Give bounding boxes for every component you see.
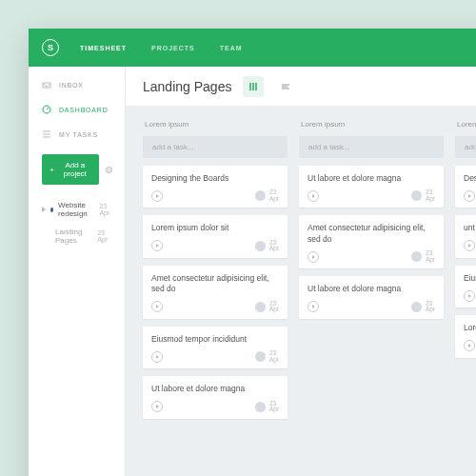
card-date: 23Apr xyxy=(269,401,279,413)
view-list-button[interactable] xyxy=(275,76,296,97)
sidebar-item-inbox[interactable]: INBOX xyxy=(29,72,125,97)
card-meta: 23Apr xyxy=(464,289,476,302)
list-icon xyxy=(42,129,51,139)
top-nav: TIMESHEET PROJECTS TEAM xyxy=(80,45,243,51)
project-color-dot xyxy=(50,208,53,212)
task-card[interactable]: Designing the Boards23Apr xyxy=(143,166,288,208)
card-title: Eiusmod xyxy=(464,273,476,284)
board-column: Lorem ipsumadd a task...Designing the Bo… xyxy=(143,118,288,476)
dashboard-icon xyxy=(42,105,51,114)
card-date: 23Apr xyxy=(269,240,279,252)
topbar: S TIMESHEET PROJECTS TEAM xyxy=(29,29,476,67)
card-meta: 23Apr xyxy=(151,301,279,313)
card-meta: 23Apr xyxy=(307,250,435,263)
sidebar-label-dashboard: DASHBOARD xyxy=(59,107,109,113)
card-title: Designin xyxy=(464,173,476,184)
card-date: 23Apr xyxy=(426,250,435,263)
avatar xyxy=(255,402,266,412)
play-icon[interactable] xyxy=(307,301,319,312)
task-card[interactable]: Ut labore et dolore magna23Apr xyxy=(143,376,288,418)
view-board-button[interactable] xyxy=(243,76,264,97)
task-card[interactable]: Ut labore et dolore magna23Apr xyxy=(299,166,444,208)
main-header: Landing Pages xyxy=(126,67,476,107)
gear-icon[interactable]: ⚙ xyxy=(105,165,113,175)
subproject-name: Landing Pages xyxy=(55,228,92,245)
card-title: Ut labore et dolore magna xyxy=(151,384,279,394)
sidebar-item-mytasks[interactable]: MY TASKS xyxy=(29,122,125,147)
subproject-date: 23 Apr xyxy=(97,229,111,243)
card-right: 23Apr xyxy=(255,301,279,313)
card-title: Eiusmod tempor incididunt xyxy=(151,334,279,345)
task-card[interactable]: Ut labore et dolore magna23Apr xyxy=(299,276,444,318)
play-icon[interactable] xyxy=(464,190,475,202)
card-right: 23Apr xyxy=(255,401,279,413)
column-title: Lorem ipsum xyxy=(299,118,444,136)
card-title: Ut labore et dolore magna xyxy=(307,284,435,294)
sidebar-label-inbox: INBOX xyxy=(59,82,84,89)
add-task-input[interactable]: add a task... xyxy=(143,136,288,158)
task-card[interactable]: Designin23Apr xyxy=(455,166,476,208)
nav-projects[interactable]: PROJECTS xyxy=(151,45,195,51)
sidebar-item-dashboard[interactable]: DASHBOARD xyxy=(29,97,125,122)
project-list: Website redesign 23 Apr Landing Pages 23… xyxy=(29,192,125,249)
task-card[interactable]: unt ut la23Apr xyxy=(455,215,476,257)
task-card[interactable]: Amet consectetur adipisicing elit, sed d… xyxy=(143,266,288,319)
avatar xyxy=(411,251,422,262)
kanban-board: Lorem ipsumadd a task...Designing the Bo… xyxy=(126,107,476,476)
play-icon[interactable] xyxy=(151,190,163,202)
subproject-row[interactable]: Landing Pages 23 Apr xyxy=(38,223,115,249)
play-icon[interactable] xyxy=(464,240,475,251)
card-title: Designing the Boards xyxy=(151,173,279,184)
card-title: Lorem ipsum dolor sit xyxy=(151,223,279,233)
card-title: Ut labore et dolore magna xyxy=(307,173,435,184)
card-date: 23Apr xyxy=(269,189,279,202)
play-icon[interactable] xyxy=(151,301,163,312)
nav-team[interactable]: TEAM xyxy=(220,45,243,51)
project-row[interactable]: Website redesign 23 Apr xyxy=(38,196,115,223)
avatar xyxy=(255,241,266,251)
play-icon[interactable] xyxy=(464,340,475,351)
card-right: 23Apr xyxy=(411,301,435,313)
card-meta: 23Apr xyxy=(151,401,279,413)
add-task-input[interactable]: add a task... xyxy=(299,136,444,158)
lines-icon xyxy=(281,82,290,91)
sidebar: INBOX DASHBOARD MY TASKS + Add a project… xyxy=(29,67,126,476)
play-icon[interactable] xyxy=(307,190,319,202)
play-icon[interactable] xyxy=(151,351,163,363)
add-project-row: + Add a project ⚙ xyxy=(29,147,125,192)
play-icon[interactable] xyxy=(151,401,163,412)
plus-icon: + xyxy=(50,166,54,174)
add-task-input[interactable]: add a task... xyxy=(455,136,476,158)
card-meta: 23Apr xyxy=(151,350,279,363)
add-project-button[interactable]: + Add a project xyxy=(42,154,99,185)
card-meta: 23Apr xyxy=(464,340,476,352)
nav-timesheet[interactable]: TIMESHEET xyxy=(80,45,127,51)
task-card[interactable]: Amet consectetur adipisicing elit, sed d… xyxy=(299,215,444,268)
task-card[interactable]: Lorem ip23Apr xyxy=(455,315,476,357)
columns-icon xyxy=(248,82,258,91)
card-right: 23Apr xyxy=(255,350,279,363)
task-card[interactable]: Eiusmod tempor incididunt23Apr xyxy=(143,327,288,368)
card-title: Amet consectetur adipisicing elit, sed d… xyxy=(307,223,435,245)
column-title: Lorem ipsum xyxy=(143,118,288,136)
play-icon[interactable] xyxy=(151,240,163,251)
card-title: Lorem ip xyxy=(464,323,476,333)
avatar xyxy=(255,302,266,312)
brand-logo[interactable]: S xyxy=(42,39,59,56)
card-meta: 23Apr xyxy=(307,189,435,202)
card-title: Amet consectetur adipisicing elit, sed d… xyxy=(151,273,279,295)
task-card[interactable]: Lorem ipsum dolor sit23Apr xyxy=(143,215,288,257)
card-meta: 23Apr xyxy=(464,189,476,202)
avatar xyxy=(411,302,422,312)
card-date: 23Apr xyxy=(426,189,435,202)
main-area: Landing Pages Lorem ipsumadd a task...De… xyxy=(126,67,476,476)
card-date: 23Apr xyxy=(269,301,279,313)
app-body: INBOX DASHBOARD MY TASKS + Add a project… xyxy=(29,67,476,476)
play-icon[interactable] xyxy=(464,290,475,302)
card-date: 23Apr xyxy=(269,350,279,363)
card-meta: 23Apr xyxy=(464,240,476,252)
play-icon[interactable] xyxy=(307,251,319,263)
task-card[interactable]: Eiusmod23Apr xyxy=(455,266,476,307)
page-title: Landing Pages xyxy=(143,79,231,94)
card-meta: 23Apr xyxy=(151,189,279,202)
